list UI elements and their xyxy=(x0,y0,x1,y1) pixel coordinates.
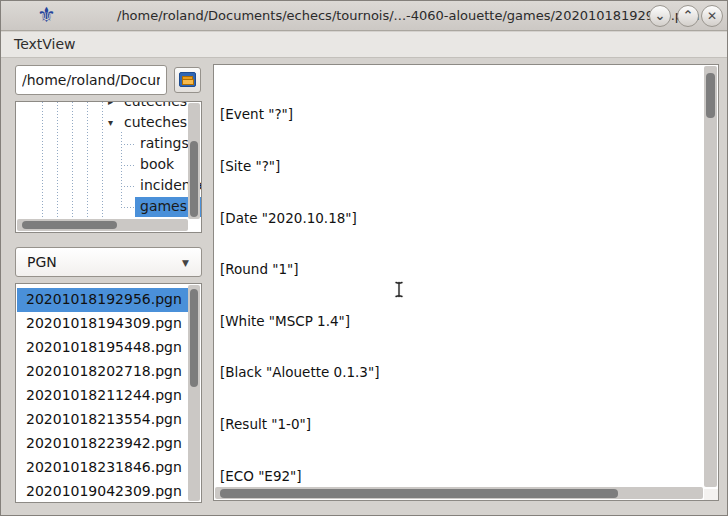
file-list-vertical-scrollbar[interactable] xyxy=(188,285,200,501)
file-list[interactable]: 20201018192956.pgn 20201018194309.pgn 20… xyxy=(15,283,202,503)
pgn-line: [White "MSCP 1.4"] xyxy=(220,313,694,330)
format-select[interactable]: PGN ▼ xyxy=(15,247,202,277)
tree-item[interactable]: ratings xyxy=(16,134,201,155)
titlebar[interactable]: ⚜ /home/roland/Documents/echecs/tournois… xyxy=(1,1,727,31)
window-title: /home/roland/Documents/echecs/tournois/.… xyxy=(117,8,700,23)
tree-vertical-scrollbar[interactable] xyxy=(188,103,200,219)
pgn-line: [ECO "E92"] xyxy=(220,468,694,485)
fleur-de-lis-icon: ⚜ xyxy=(37,3,56,27)
file-item[interactable]: 20201018213554.pgn xyxy=(17,408,189,432)
app-window: ⚜ /home/roland/Documents/echecs/tournois… xyxy=(0,0,728,516)
editor-horizontal-scrollbar-thumb[interactable] xyxy=(220,489,618,498)
tree-horizontal-scrollbar[interactable] xyxy=(17,219,188,231)
tree-item-selected[interactable]: games xyxy=(16,197,201,218)
file-item[interactable]: 20201019042309.pgn xyxy=(17,480,189,503)
file-item[interactable]: 20201018223942.pgn xyxy=(17,432,189,456)
folder-icon xyxy=(179,72,196,87)
tree-item[interactable]: ▸ cuteches xyxy=(16,101,201,113)
path-input[interactable] xyxy=(15,65,167,95)
minimize-button[interactable]: ⌄ xyxy=(649,5,671,27)
pgn-line: [Result "1-0"] xyxy=(220,416,694,433)
editor-horizontal-scrollbar[interactable] xyxy=(215,487,703,499)
pgn-line: [Site "?"] xyxy=(220,158,694,175)
pgn-text-view[interactable]: [Event "?"] [Site "?"] [Date "2020.10.18… xyxy=(213,64,719,501)
file-item[interactable]: 20201018202718.pgn xyxy=(17,360,189,384)
tree-expander-icon[interactable]: ▸ xyxy=(108,101,113,107)
scrollbar-corner xyxy=(704,489,719,501)
file-item-selected[interactable]: 20201018192956.pgn xyxy=(17,288,189,312)
tree-item[interactable]: ▾ cuteches xyxy=(16,113,201,134)
directory-tree[interactable]: ▸ cuteches ▾ cuteches ratings book incid… xyxy=(15,101,202,233)
file-item[interactable]: 20201018211244.pgn xyxy=(17,384,189,408)
maximize-button[interactable]: ⌃ xyxy=(677,5,699,27)
format-select-value: PGN xyxy=(27,254,57,270)
pgn-line: [Event "?"] xyxy=(220,106,694,123)
menu-textview[interactable]: TextView xyxy=(1,32,89,52)
browse-button[interactable] xyxy=(174,67,201,93)
editor-vertical-scrollbar[interactable] xyxy=(704,66,717,487)
close-button[interactable]: ✕ xyxy=(701,5,723,27)
tree-vertical-scrollbar-thumb[interactable] xyxy=(190,141,198,217)
file-list-vertical-scrollbar-thumb[interactable] xyxy=(190,289,198,387)
pgn-line: [Date "2020.10.18"] xyxy=(220,210,694,227)
pgn-line: [Round "1"] xyxy=(220,261,694,278)
tree-horizontal-scrollbar-thumb[interactable] xyxy=(22,221,117,229)
menubar: TextView xyxy=(1,32,727,58)
file-item[interactable]: 20201018195448.pgn xyxy=(17,336,189,360)
tree-item[interactable]: book xyxy=(16,155,201,176)
chevron-down-icon: ▼ xyxy=(182,258,189,268)
tree-expander-icon[interactable]: ▾ xyxy=(108,117,113,128)
file-item[interactable]: 20201018231846.pgn xyxy=(17,456,189,480)
text-cursor-icon xyxy=(394,281,404,298)
tree-item[interactable]: incidences xyxy=(16,176,201,197)
file-item[interactable]: 20201018194309.pgn xyxy=(17,312,189,336)
pgn-line: [Black "Alouette 0.1.3"] xyxy=(220,364,694,381)
pgn-text-content[interactable]: [Event "?"] [Site "?"] [Date "2020.10.18… xyxy=(220,72,694,496)
editor-vertical-scrollbar-thumb[interactable] xyxy=(706,73,715,118)
